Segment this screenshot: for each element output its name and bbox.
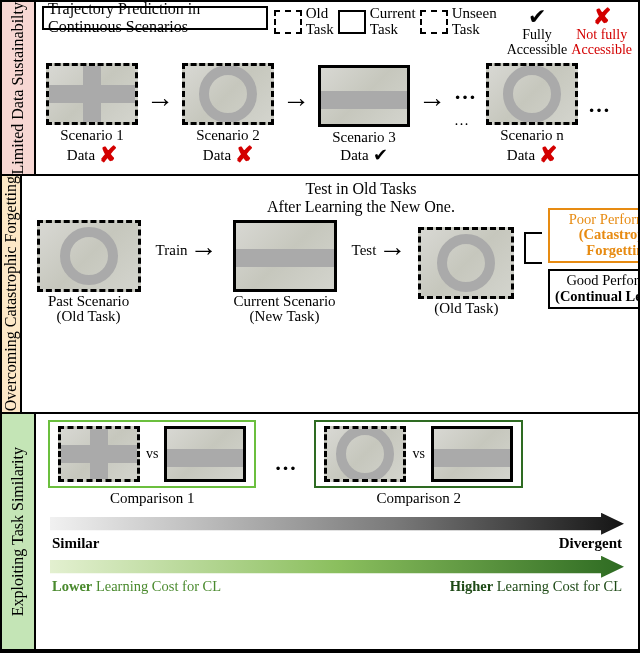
poor-performance-box: Poor Performance(Catastrophic Forgetting… — [548, 208, 640, 264]
arrow-icon: → — [376, 234, 408, 266]
fully-accessible-col: ✔ Fully Accessible — [507, 6, 568, 57]
cmp2-thumb-b — [431, 426, 513, 482]
comparison-2-label: Comparison 2 — [314, 490, 522, 507]
similarity-axis-labels: Similar Divergent — [52, 535, 622, 552]
fully-label: Fully Accessible — [507, 28, 568, 57]
x-icon: ✘ — [593, 6, 611, 28]
scenario-n-thumb — [486, 63, 578, 125]
old-caption: (Old Task) — [434, 301, 498, 317]
section-limited-data: Limited Data Sustainabilty Trajectory Pr… — [2, 2, 638, 176]
unseen-task-swatch — [420, 10, 448, 34]
section-task-similarity: Exploiting Task Similarity vs Comparison… — [2, 414, 638, 651]
scenario-3-thumb — [318, 65, 410, 127]
section3-label: Exploiting Task Similarity — [2, 414, 36, 649]
branch-icon — [524, 220, 544, 276]
past-thumb — [37, 220, 141, 292]
section1-body: Trajectory Prediction in Continuous Scen… — [36, 2, 638, 174]
cost-gradient-bar — [50, 556, 624, 578]
old-task-swatch — [274, 10, 302, 34]
legend-title: Trajectory Prediction in Continuous Scen… — [42, 6, 268, 30]
arrow-icon: → — [144, 85, 176, 117]
cmp2-thumb-a — [324, 426, 406, 482]
good-performance-box: Good Performance(Continual Learning) — [548, 269, 640, 309]
current-task-swatch — [338, 10, 366, 34]
similarity-gradient-bar — [50, 513, 624, 535]
not-fully-col: ✘ Not fully Accessible — [571, 6, 632, 57]
comparison-1: vs Comparison 1 — [48, 420, 256, 507]
check-icon: ✔ — [528, 6, 546, 28]
scenario-3-name: Scenario 3 — [332, 129, 396, 146]
higher-cost-label: Higher Learning Cost for CL — [450, 578, 622, 595]
scenario-1: Scenario 1 Data✘ — [42, 63, 142, 166]
current-scenario: Current Scenario (New Task) — [224, 220, 346, 326]
legend-row: Trajectory Prediction in Continuous Scen… — [42, 6, 632, 57]
past-caption: Past Scenario (Old Task) — [48, 294, 129, 326]
scenario-2-data: Data✘ — [203, 144, 253, 166]
unseen-task-label: Unseen Task — [452, 6, 497, 38]
cmp1-thumb-a — [58, 426, 140, 482]
scenario-2-thumb — [182, 63, 274, 125]
section3-body: vs Comparison 1 … vs Comparison 2 — [36, 414, 638, 649]
not-fully-label: Not fully Accessible — [571, 28, 632, 57]
comparison-1-box: vs — [48, 420, 256, 488]
section-catastrophic-forgetting: Overcoming Catastrophic Forgetting Test … — [2, 176, 638, 413]
arrow-icon: → — [416, 85, 448, 117]
comparison-row: vs Comparison 1 … vs Comparison 2 — [48, 420, 632, 507]
dots-icon: … — [584, 92, 614, 118]
scenario-1-data: Data✘ — [67, 144, 117, 166]
arrow-icon: → — [280, 85, 312, 117]
x-icon: ✘ — [99, 144, 117, 166]
comparison-2-box: vs — [314, 420, 522, 488]
past-scenario: Past Scenario (Old Task) — [28, 220, 150, 326]
check-icon: ✔ — [373, 146, 388, 164]
cost-axis-labels: Lower Learning Cost for CL Higher Learni… — [52, 578, 622, 595]
arrow-icon: → — [188, 234, 220, 266]
x-icon: ✘ — [539, 144, 557, 166]
old-thumb — [418, 227, 514, 299]
scenario-1-thumb — [46, 63, 138, 125]
section2-body: Test in Old TasksAfter Learning the New … — [22, 176, 640, 411]
dots-icon: …… — [450, 79, 480, 131]
comparison-2: vs Comparison 2 — [314, 420, 522, 507]
current-task-label: Current Task — [370, 6, 416, 38]
old-task-label: Old Task — [306, 6, 334, 38]
dots-icon: … — [268, 450, 302, 476]
scenario-2: Scenario 2 Data✘ — [178, 63, 278, 166]
current-caption: Current Scenario (New Task) — [234, 294, 336, 326]
section2-label: Overcoming Catastrophic Forgetting — [2, 176, 22, 411]
section1-label: Limited Data Sustainabilty — [2, 2, 36, 174]
scenario-row: Scenario 1 Data✘ → Scenario 2 Data✘ → Sc… — [42, 63, 632, 166]
x-icon: ✘ — [235, 144, 253, 166]
vs-label: vs — [412, 446, 424, 462]
cmp1-thumb-b — [164, 426, 246, 482]
current-thumb — [233, 220, 337, 292]
lower-cost-label: Lower Learning Cost for CL — [52, 578, 221, 595]
similar-label: Similar — [52, 535, 100, 552]
train-label: Train — [156, 242, 188, 259]
vs-label: vs — [146, 446, 158, 462]
scenario-n-data: Data✘ — [507, 144, 557, 166]
old-scenario-retest: (Old Task) — [412, 227, 520, 317]
scenario-3: Scenario 3 Data✔ — [314, 65, 414, 164]
outcome-column: Poor Performance(Catastrophic Forgetting… — [548, 208, 640, 310]
divergent-label: Divergent — [559, 535, 622, 552]
scenario-3-data: Data✔ — [340, 146, 387, 164]
test-label: Test — [352, 242, 377, 259]
comparison-1-label: Comparison 1 — [48, 490, 256, 507]
section2-flow: Past Scenario (Old Task) Train → Current… — [28, 220, 640, 326]
scenario-n: Scenario n Data✘ — [482, 63, 582, 166]
